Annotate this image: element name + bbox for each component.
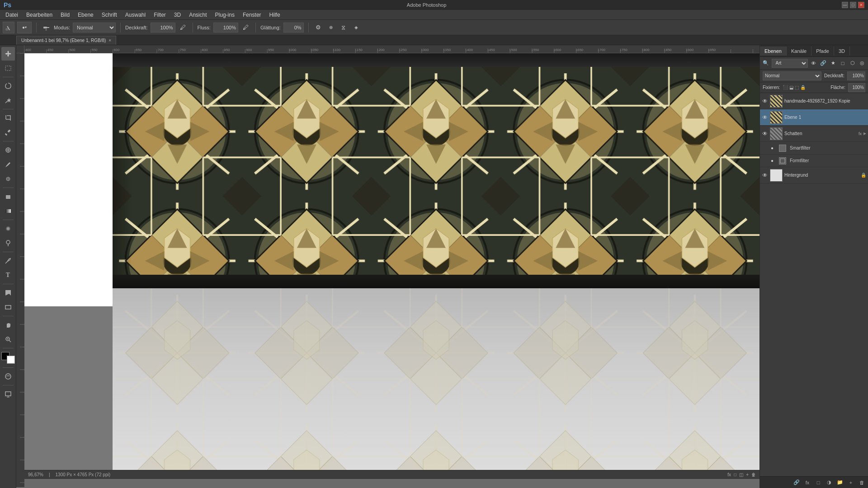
symmetry-icon[interactable]: ⧖: [339, 23, 349, 33]
new-adjustment-btn[interactable]: ◑: [825, 478, 834, 487]
layer-item-copy[interactable]: 👁 handmade-4926872_1920 Kopie: [760, 93, 868, 109]
add-style-btn[interactable]: fx: [803, 478, 812, 487]
layer-item-schatten[interactable]: 👁 Schatten fx ▶: [760, 126, 868, 142]
color-selector[interactable]: [1, 352, 15, 364]
crop-tool[interactable]: [1, 111, 15, 125]
status-icons[interactable]: fx □ ◫ + 🗑: [727, 472, 756, 477]
blend-mode-select[interactable]: Normal Auflösen Abdunkeln Multiplizieren: [73, 23, 116, 33]
tab-ebenen[interactable]: Ebenen: [760, 47, 787, 56]
path-selection-tool[interactable]: [1, 286, 15, 300]
art-select[interactable]: Art: [772, 59, 808, 68]
menu-datei[interactable]: Datei: [2, 11, 22, 19]
canvas-area[interactable]: 400 450 500 550 600 650 700 750 800 850 …: [16, 45, 760, 488]
blur-tool[interactable]: [1, 222, 15, 235]
tab-kanale[interactable]: Kanäle: [787, 47, 811, 56]
new-layer-btn[interactable]: +: [846, 478, 855, 487]
lock-all-btn[interactable]: 🔒: [800, 85, 806, 90]
clone-tool[interactable]: [1, 172, 15, 186]
flow-pressure-btn[interactable]: 🖊: [241, 23, 251, 33]
angle-icon[interactable]: ⊕: [326, 23, 336, 33]
menu-ebene[interactable]: Ebene: [74, 11, 97, 19]
opacity-pressure-btn[interactable]: 🖊: [178, 23, 188, 33]
settings-icon[interactable]: ⚙: [313, 23, 323, 33]
menu-auswahl[interactable]: Auswahl: [122, 11, 149, 19]
pen-tool[interactable]: [1, 254, 15, 267]
quick-mask-btn[interactable]: [1, 370, 15, 383]
mask-icon[interactable]: □: [734, 472, 736, 477]
maximize-button[interactable]: □: [850, 2, 856, 8]
layer-item-hintergrund[interactable]: 👁 Hintergrund 🔒: [760, 167, 868, 183]
create-icon[interactable]: +: [746, 472, 749, 477]
sub-layer-formfilter[interactable]: ● Formfilter: [760, 155, 868, 167]
close-button[interactable]: ✕: [858, 2, 864, 8]
eyedropper-tool[interactable]: [1, 126, 15, 139]
menu-plugins[interactable]: Plug-ins: [212, 11, 238, 19]
lock-artboard-btn[interactable]: ⬚: [795, 85, 799, 90]
delete-layer-btn[interactable]: 🗑: [857, 478, 866, 487]
canvas-content[interactable]: 96,67% | 1300 Px × 4765 Px (72 ppi) fx □…: [24, 53, 760, 479]
lock-pixel-btn[interactable]: ⬛: [783, 85, 788, 90]
fx-icon[interactable]: fx: [727, 472, 731, 477]
layer-vec-btn[interactable]: ⬡: [849, 59, 857, 68]
magic-wand-tool[interactable]: [1, 94, 15, 107]
flow-input[interactable]: [213, 23, 238, 33]
dodge-tool[interactable]: [1, 236, 15, 250]
layer-item-ebene1[interactable]: 👁 Ebene 1: [760, 109, 868, 126]
lasso-tool[interactable]: [1, 79, 15, 93]
layer-style-btn[interactable]: ★: [829, 59, 837, 68]
marquee-tool[interactable]: [1, 61, 15, 75]
tab-3d[interactable]: 3D: [834, 47, 850, 56]
sub-layer-smartfilter[interactable]: ● Smartfilter: [760, 142, 868, 155]
layer-vis-ebene1[interactable]: 👁: [762, 114, 768, 121]
layer-attr-btn[interactable]: ◎: [858, 59, 866, 68]
sub-vis-smartfilter[interactable]: ●: [771, 145, 777, 151]
brush-tool[interactable]: [1, 158, 15, 171]
document-tab[interactable]: Unbenannt-1 bei 98,7% (Ebene 1, RGB/8) ×: [16, 36, 116, 45]
frame-icon[interactable]: ◫: [739, 472, 743, 477]
layers-opacity-input[interactable]: [847, 71, 865, 80]
new-group-btn[interactable]: 📁: [835, 478, 844, 487]
layer-vis-schatten[interactable]: 👁: [762, 131, 768, 137]
menu-bearbeiten[interactable]: Bearbeiten: [23, 11, 56, 19]
menu-bild[interactable]: Bild: [57, 11, 73, 19]
sub-vis-formfilter[interactable]: ●: [771, 158, 777, 164]
layer-vis-hintergrund[interactable]: 👁: [762, 172, 768, 178]
menu-filter[interactable]: Filter: [150, 11, 170, 19]
layer-vis-btn[interactable]: 👁: [810, 59, 818, 68]
menu-3d[interactable]: 3D: [170, 11, 184, 19]
tool-preset-picker[interactable]: [3, 22, 14, 33]
healing-tool[interactable]: [1, 143, 15, 157]
gradient-tool[interactable]: [1, 204, 15, 218]
layer-expand-schatten[interactable]: ▶: [863, 131, 866, 136]
menu-hilfe[interactable]: Hilfe: [266, 11, 284, 19]
layer-mask-btn[interactable]: □: [839, 59, 847, 68]
layer-vis-copy[interactable]: 👁: [762, 98, 768, 104]
title-bar-right[interactable]: — □ ✕: [842, 2, 864, 8]
brush-preset-btn[interactable]: ● ▾: [17, 22, 32, 33]
text-tool[interactable]: T: [1, 268, 15, 282]
zoom-tool[interactable]: [1, 333, 15, 346]
add-mask-btn[interactable]: □: [814, 478, 823, 487]
eraser-tool[interactable]: [1, 190, 15, 203]
screen-mode-btn[interactable]: [1, 387, 15, 401]
link-layers-btn[interactable]: 🔗: [792, 478, 801, 487]
lock-gradient-btn[interactable]: ⬓: [789, 85, 793, 90]
menu-ansicht[interactable]: Ansicht: [185, 11, 210, 19]
shape-tool[interactable]: [1, 300, 15, 314]
menu-fenster[interactable]: Fenster: [239, 11, 265, 19]
hand-tool[interactable]: [1, 318, 15, 332]
smoothing-input[interactable]: [283, 23, 304, 33]
opacity-input[interactable]: [151, 23, 175, 33]
background-color[interactable]: [7, 356, 15, 364]
delete-icon[interactable]: 🗑: [751, 472, 756, 477]
layers-blend-mode[interactable]: Normal: [763, 71, 821, 80]
extra-icon[interactable]: ◈: [351, 23, 361, 33]
minimize-button[interactable]: —: [842, 2, 848, 8]
fill-input[interactable]: [848, 83, 865, 92]
layer-link-btn[interactable]: 🔗: [819, 59, 827, 68]
menu-schrift[interactable]: Schrift: [98, 11, 121, 19]
tab-pfade[interactable]: Pfade: [811, 47, 834, 56]
move-tool[interactable]: [1, 47, 15, 61]
toggle-airbrush[interactable]: [41, 23, 51, 33]
doc-tab-close[interactable]: ×: [108, 38, 111, 43]
